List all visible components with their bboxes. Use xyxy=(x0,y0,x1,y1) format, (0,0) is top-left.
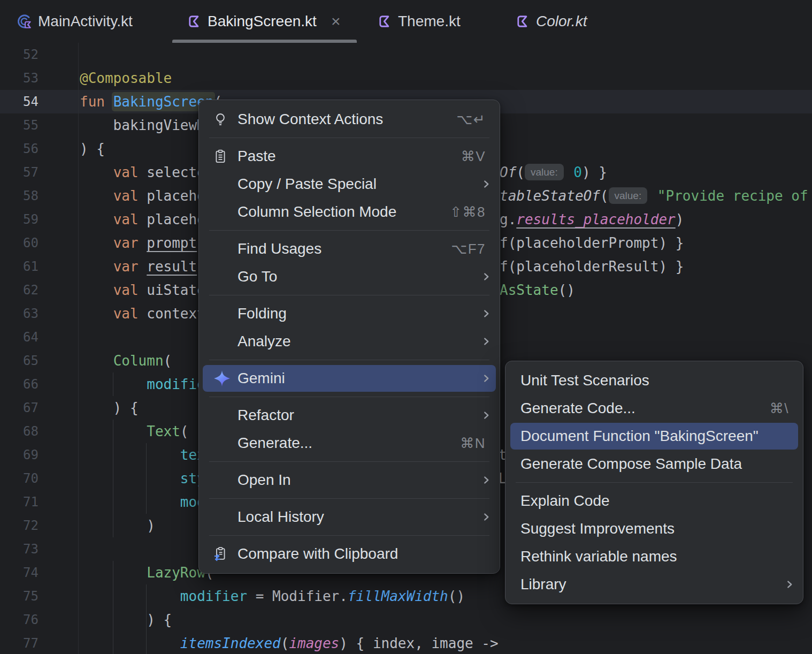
code-token: val xyxy=(113,164,147,180)
parameter-hint-pill: value: xyxy=(609,187,648,204)
code-token xyxy=(80,211,113,227)
tab-color-kt[interactable]: Color.kt xyxy=(516,0,587,43)
code-line[interactable]: itemsIndexed(images) { index, image -> xyxy=(80,632,812,654)
line-number[interactable]: 64 xyxy=(0,325,39,349)
line-number[interactable]: 69 xyxy=(0,443,39,467)
code-token: ) xyxy=(80,518,155,534)
menu-item-label: Explain Code xyxy=(520,492,610,509)
compare-clipboard-icon xyxy=(209,546,238,561)
line-number[interactable]: 75 xyxy=(0,584,39,608)
code-token xyxy=(80,423,147,439)
menu-item-rethink-variable-names[interactable]: Rethink variable names xyxy=(505,543,803,571)
kotlin-file-icon xyxy=(188,14,202,28)
line-number[interactable]: 74 xyxy=(0,561,39,584)
code-line[interactable]: ) { xyxy=(80,608,812,632)
line-number[interactable]: 59 xyxy=(0,208,39,231)
line-number[interactable]: 53 xyxy=(0,66,39,90)
line-number[interactable]: 52 xyxy=(0,43,39,66)
chevron-right-icon xyxy=(785,577,803,592)
line-number[interactable]: 61 xyxy=(0,255,39,278)
code-line-right-fragment: tableStateOf(value: "Provide recipe of xyxy=(500,184,808,208)
menu-item-label: Document Function "BakingScreen" xyxy=(520,428,759,445)
line-number[interactable]: 71 xyxy=(0,490,39,514)
line-number[interactable]: 54 xyxy=(0,90,39,113)
menu-item-label: Analyze xyxy=(238,333,291,350)
menu-item-label: Suggest Improvements xyxy=(520,520,675,537)
code-token xyxy=(80,494,180,510)
line-number[interactable]: 62 xyxy=(0,278,39,302)
menu-item-compare-with-clipboard[interactable]: Compare with Clipboard xyxy=(199,540,500,568)
menu-item-go-to[interactable]: Go To xyxy=(199,263,500,291)
menu-item-column-selection-mode[interactable]: Column Selection Mode⇧⌘8 xyxy=(199,198,500,226)
line-number[interactable]: 76 xyxy=(0,608,39,632)
menu-item-suggest-improvements[interactable]: Suggest Improvements xyxy=(505,515,803,543)
code-token: fun xyxy=(80,94,113,110)
line-number[interactable]: 65 xyxy=(0,349,39,372)
menu-separator xyxy=(209,295,489,295)
menu-item-unit-test-scenarios[interactable]: Unit Test Scenarios xyxy=(505,367,803,394)
line-number[interactable]: 57 xyxy=(0,161,39,184)
menu-item-open-in[interactable]: Open In xyxy=(199,466,500,494)
line-number[interactable]: 58 xyxy=(0,184,39,208)
code-line-right-fragment: Of(value: 0) } xyxy=(500,161,607,184)
line-number[interactable]: 60 xyxy=(0,231,39,255)
line-number[interactable]: 66 xyxy=(0,372,39,396)
line-number[interactable]: 67 xyxy=(0,396,39,420)
menu-item-find-usages[interactable]: Find Usages⌥F7 xyxy=(199,235,500,263)
code-token: images xyxy=(289,635,339,651)
menu-item-analyze[interactable]: Analyze xyxy=(199,328,500,355)
code-token: ( xyxy=(281,635,289,651)
gemini-sparkle-icon xyxy=(209,369,238,387)
menu-item-generate[interactable]: Generate...⌘N xyxy=(199,429,500,457)
line-number[interactable]: 56 xyxy=(0,137,39,161)
menu-item-generate-compose-sample-data[interactable]: Generate Compose Sample Data xyxy=(505,450,803,478)
code-token xyxy=(80,470,180,486)
ide-window: { "palette": { "editor_bg": "#1E1F22", "… xyxy=(0,0,812,654)
line-number[interactable]: 55 xyxy=(0,113,39,137)
menu-item-library[interactable]: Library xyxy=(505,571,803,598)
line-number[interactable]: 72 xyxy=(0,514,39,537)
menu-item-refactor[interactable]: Refactor xyxy=(199,401,500,429)
tab-mainactivity-kt[interactable]: MainActivity.kt xyxy=(16,0,133,43)
code-token xyxy=(80,447,180,463)
code-token: () xyxy=(558,282,575,298)
menu-item-generate-code[interactable]: Generate Code...⌘\ xyxy=(505,394,803,422)
code-token: Column xyxy=(113,353,164,369)
menu-item-show-context-actions[interactable]: Show Context Actions⌥↵ xyxy=(199,105,500,133)
kotlin-file-icon xyxy=(378,14,392,28)
code-token xyxy=(649,188,657,204)
code-line-right-fragment: f(placeholderResult) } xyxy=(500,255,684,278)
line-number[interactable]: 70 xyxy=(0,467,39,490)
code-token: val xyxy=(113,306,147,322)
menu-item-gemini[interactable]: Gemini xyxy=(199,364,500,392)
menu-item-local-history[interactable]: Local History xyxy=(199,503,500,531)
menu-item-explain-code[interactable]: Explain Code xyxy=(505,487,803,515)
code-token: ) { index, image -> xyxy=(339,635,498,651)
close-tab-icon[interactable]: × xyxy=(331,13,341,29)
chevron-right-icon xyxy=(481,473,500,488)
menu-item-label: Generate Code... xyxy=(520,400,635,417)
line-number[interactable]: 63 xyxy=(0,302,39,325)
line-number[interactable]: 73 xyxy=(0,537,39,561)
menu-separator xyxy=(209,498,489,499)
line-number[interactable]: 68 xyxy=(0,420,39,443)
menu-item-folding[interactable]: Folding xyxy=(199,300,500,328)
menu-item-shortcut: ⌘\ xyxy=(770,400,803,417)
menu-item-document-function-bakingscreen[interactable]: Document Function "BakingScreen" xyxy=(505,422,803,450)
tab-bakingscreen-kt[interactable]: BakingScreen.kt× xyxy=(172,0,357,43)
menu-item-label: Refactor xyxy=(238,407,294,424)
kotlin-file-icon xyxy=(516,14,530,28)
menu-item-label: Paste xyxy=(238,148,276,165)
code-token: fillMaxWidth xyxy=(348,588,448,604)
code-line[interactable] xyxy=(80,43,812,66)
menu-item-paste[interactable]: Paste⌘V xyxy=(199,142,500,170)
code-token: f(placeholderPrompt) } xyxy=(500,235,684,251)
line-number[interactable]: 77 xyxy=(0,632,39,654)
menu-item-label: Rethink variable names xyxy=(520,548,677,565)
menu-item-label: Library xyxy=(520,576,566,593)
menu-item-copy-paste-special[interactable]: Copy / Paste Special xyxy=(199,170,500,198)
tab-theme-kt[interactable]: Theme.kt xyxy=(378,0,461,43)
menu-item-shortcut: ⌘N xyxy=(460,435,500,452)
code-line[interactable]: @Composable xyxy=(80,66,812,90)
code-token: val xyxy=(113,188,147,204)
